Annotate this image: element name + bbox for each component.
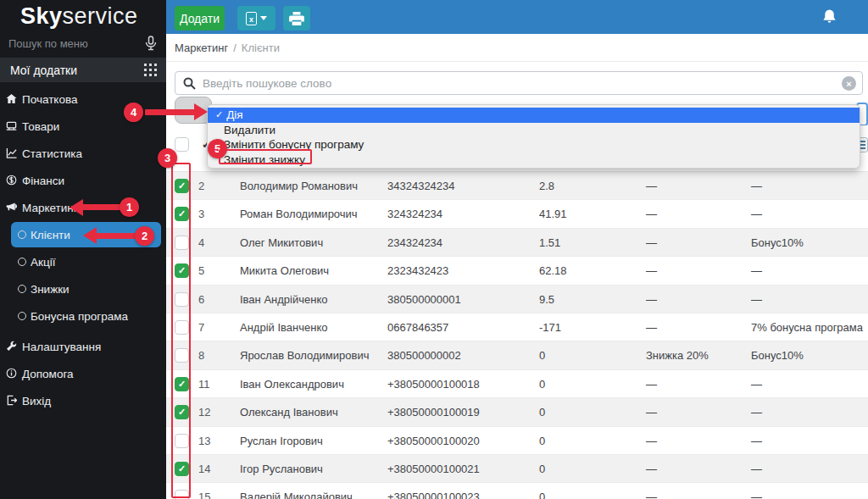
stats-icon xyxy=(6,147,18,159)
client-phone: +38050000100021 xyxy=(387,463,480,475)
logo-service: service xyxy=(63,3,138,29)
dropdown-item-видалити[interactable]: Видалити xyxy=(208,123,860,138)
table-row[interactable]: 15Валерій Миколайович+380500001000230—— xyxy=(166,483,868,499)
clear-search-icon[interactable]: × xyxy=(842,76,856,91)
add-button[interactable]: Додати xyxy=(175,6,225,30)
sidebar-item-bonusna-programa[interactable]: Бонусна програма xyxy=(0,302,166,330)
client-balance: 0 xyxy=(539,378,545,391)
search-icon xyxy=(183,77,196,90)
top-header: Додати x xyxy=(166,0,868,34)
row-number: 3 xyxy=(198,208,204,220)
row-number: 11 xyxy=(198,378,210,391)
grid-icon xyxy=(144,64,157,76)
annotation-arrow-4 xyxy=(145,109,196,115)
select-all-checkbox[interactable] xyxy=(175,137,189,152)
row-number: 2 xyxy=(198,180,204,192)
client-balance: 0 xyxy=(539,491,545,499)
client-bonus: — xyxy=(751,406,762,419)
annotation-arrowhead-4 xyxy=(194,103,208,120)
client-name: Микита Олегович xyxy=(240,264,329,277)
sidebar-item-label: Початкова xyxy=(22,93,77,106)
client-phone: 34324324234 xyxy=(387,180,455,192)
table-row[interactable]: 13Руслан Ігорович+380500001000200—— xyxy=(166,427,868,455)
menu-search-input[interactable] xyxy=(8,34,136,53)
client-name: Роман Володимирочич xyxy=(240,208,358,220)
wrench-icon xyxy=(6,341,18,352)
excel-export-button[interactable]: x xyxy=(237,6,275,30)
row-number: 14 xyxy=(198,463,210,475)
products-icon xyxy=(6,120,18,132)
table-row[interactable]: ✓3Роман Володимирочич32432423441.91—— xyxy=(166,200,868,228)
client-bonus: — xyxy=(751,180,762,192)
client-bonus: — xyxy=(751,435,762,447)
client-bonus: — xyxy=(751,208,762,220)
client-discount: — xyxy=(646,491,657,499)
search-input[interactable] xyxy=(203,73,830,93)
client-bonus: — xyxy=(751,264,762,277)
microphone-icon[interactable] xyxy=(144,36,158,51)
breadcrumb-section[interactable]: Маркетинг xyxy=(175,42,228,54)
sidebar-item-label: Клієнти xyxy=(31,229,70,241)
sidebar-item-label: Налаштування xyxy=(22,341,101,353)
circle-icon xyxy=(18,312,26,320)
table-row[interactable]: ✓11Іван Олександрович+380500001000180—— xyxy=(166,370,868,398)
client-name: Іван Андрійченко xyxy=(240,293,327,306)
sidebar-item-label: Допомога xyxy=(22,368,74,380)
row-number: 6 xyxy=(198,293,204,306)
excel-icon: x xyxy=(246,12,257,25)
client-name: Володимир Романович xyxy=(240,180,358,192)
sidebar-item-dopomoga[interactable]: Допомога xyxy=(0,360,166,387)
my-apps-bar[interactable]: Мої додатки xyxy=(0,58,166,82)
client-discount: — xyxy=(646,264,657,277)
table-row[interactable]: 4Олег Микитович2343242341.51—Бонус10% xyxy=(166,229,868,257)
table-row[interactable]: ✓12Олександ Іванович+380500001000190—— xyxy=(166,398,868,426)
row-number: 5 xyxy=(198,264,204,277)
client-balance: 9.5 xyxy=(539,293,554,306)
dropdown-item-дія[interactable]: ✓Дія xyxy=(208,108,860,123)
sidebar-item-vykhid[interactable]: Вихід xyxy=(0,387,166,414)
table-row[interactable]: ✓2Володимир Романович343243242342.8—— xyxy=(166,172,868,200)
client-balance: -171 xyxy=(539,321,561,334)
sidebar-item-finansy[interactable]: Фінанси xyxy=(0,167,166,194)
sidebar-item-label: Статистика xyxy=(22,147,82,160)
client-name: Руслан Ігорович xyxy=(240,435,323,447)
sidebar-item-znyzhky[interactable]: Знижки xyxy=(0,275,166,302)
print-button[interactable] xyxy=(283,6,310,30)
bell-icon[interactable] xyxy=(821,8,837,25)
sidebar-item-aktsii[interactable]: Акції xyxy=(0,248,166,275)
exit-icon xyxy=(6,395,18,407)
sidebar-item-statystyka[interactable]: Статистика xyxy=(0,140,166,167)
table-row[interactable]: 8Ярослав Володимирович3805000000020Знижк… xyxy=(166,341,868,369)
client-discount: — xyxy=(646,293,657,306)
check-icon: ✓ xyxy=(215,109,223,120)
dropdown-item-label: Видалити xyxy=(224,124,275,136)
table-row[interactable]: ✓5Микита Олегович232343242362.18—— xyxy=(166,257,868,285)
home-icon xyxy=(6,93,18,105)
logo: Skyservice xyxy=(20,3,138,30)
table-search: × xyxy=(175,71,863,95)
client-phone: +38050000100023 xyxy=(387,491,480,499)
table-row[interactable]: 7Андрій Іванченко0667846357-171—7% бонус… xyxy=(166,313,868,341)
circle-icon xyxy=(18,230,26,239)
menu-search xyxy=(0,34,166,54)
client-bonus: Бонус10% xyxy=(751,349,804,362)
sidebar-nav: ПочатковаТовариСтатистикаФінансиМаркетин… xyxy=(0,86,166,414)
client-bonus: Бонус10% xyxy=(751,236,804,249)
client-bonus: — xyxy=(751,293,762,306)
client-phone: 234324234 xyxy=(387,236,442,249)
breadcrumb-page: Клієнти xyxy=(242,42,280,54)
circle-icon xyxy=(18,285,26,293)
sidebar-item-label: Фінанси xyxy=(22,175,64,187)
client-balance: 0 xyxy=(539,349,545,362)
sidebar-item-label: Товари xyxy=(22,120,59,133)
client-name: Іван Олександрович xyxy=(240,378,344,391)
client-discount: — xyxy=(646,378,657,391)
finance-icon xyxy=(6,175,18,186)
client-discount: — xyxy=(646,208,657,220)
sidebar-item-nalashtuvannia[interactable]: Налаштування xyxy=(0,333,166,360)
client-name: Валерій Миколайович xyxy=(240,491,353,499)
annotation-rect-3 xyxy=(171,163,191,498)
table-row[interactable]: ✓14Ігор Русланович+380500001000210—— xyxy=(166,455,868,483)
table-row[interactable]: 6Іван Андрійченко3805000000019.5—— xyxy=(166,286,868,313)
logo-sky: Sky xyxy=(20,3,63,29)
